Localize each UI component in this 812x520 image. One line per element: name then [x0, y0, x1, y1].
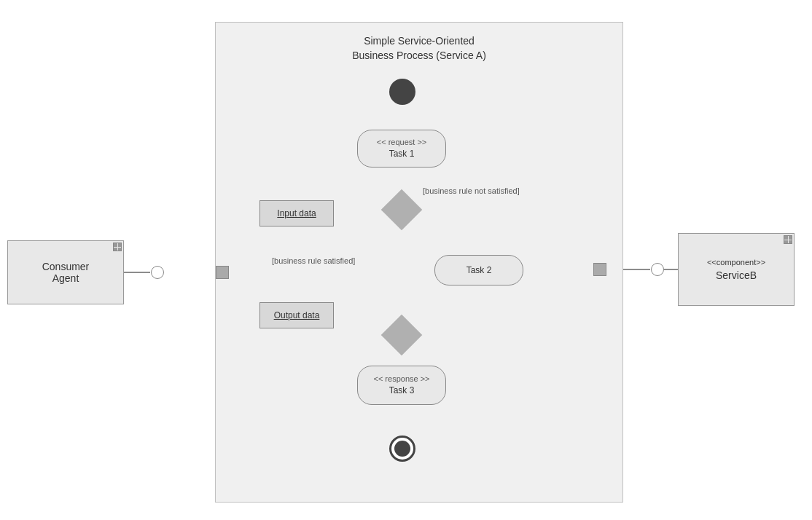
service-b-box[interactable]: <<component>> ServiceB — [678, 233, 795, 306]
service-b-icon — [784, 235, 792, 244]
consumer-agent-box[interactable]: Consumer Agent — [7, 240, 124, 304]
output-data-box[interactable]: Output data — [259, 302, 334, 328]
task2-label: Task 2 — [466, 264, 492, 277]
label-satisfied: [business rule satisfied] — [272, 256, 355, 265]
task1-stereotype: << request >> — [377, 137, 427, 148]
process-title: Simple Service-Oriented Business Process… — [216, 23, 622, 63]
task1-label: Task 1 — [389, 148, 415, 160]
task1-box[interactable]: << request >> Task 1 — [357, 130, 446, 168]
input-data-box[interactable]: Input data — [259, 200, 334, 226]
circle-left — [151, 266, 164, 279]
consumer-agent-icon — [113, 243, 122, 251]
service-b-stereotype: <<component>> — [707, 258, 765, 267]
task3-box[interactable]: << response >> Task 3 — [357, 366, 446, 405]
label-not-satisfied: [business rule not satisfied] — [423, 186, 520, 195]
task3-stereotype: << response >> — [373, 374, 429, 385]
service-b-label: ServiceB — [716, 269, 757, 281]
square-node-left — [216, 266, 229, 279]
task3-label: Task 3 — [389, 385, 415, 397]
task2-box[interactable]: Task 2 — [434, 255, 523, 285]
square-node-right — [593, 263, 606, 276]
end-node — [389, 436, 415, 462]
consumer-agent-label: Consumer Agent — [42, 261, 90, 284]
canvas: Simple Service-Oriented Business Process… — [0, 0, 812, 520]
start-node — [389, 79, 415, 105]
circle-right — [651, 263, 664, 276]
